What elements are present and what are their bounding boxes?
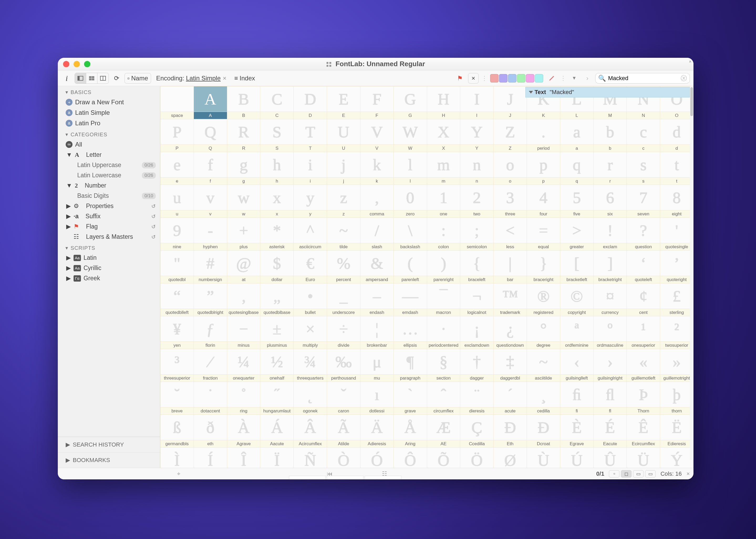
glyph-cell[interactable]: ww	[227, 185, 260, 218]
glyph-cell[interactable]: TT	[294, 119, 327, 152]
sidebar-item-latin-pro[interactable]: aLatin Pro	[58, 118, 160, 128]
sidebar-item-flag[interactable]: ▶⚑ Flag↺	[58, 221, 160, 232]
info-button[interactable]: i	[61, 73, 72, 84]
glyph-cell[interactable]: ~tilde	[327, 218, 360, 251]
glyph-cell[interactable]: %percent	[327, 251, 360, 283]
glyph-cell[interactable]: <less	[493, 218, 527, 251]
glyph-cell[interactable]: ee	[161, 152, 194, 185]
glyph-cell[interactable]: ˇcaron	[327, 382, 360, 415]
glyph-cell[interactable]: yy	[294, 185, 327, 218]
glyph-cell[interactable]: UU	[327, 119, 360, 152]
status-cursor-icon[interactable]: ⌖	[177, 470, 180, 477]
forward-button[interactable]: ›	[582, 73, 593, 84]
glyph-cell[interactable]: WW	[394, 119, 427, 152]
glyph-cell[interactable]: nn	[460, 152, 493, 185]
sidebar-scripts-header[interactable]: ▼SCRIPTS	[58, 242, 160, 253]
glyph-cell[interactable]: ˆcircumflex	[427, 382, 460, 415]
glyph-cell[interactable]: QQ	[193, 119, 227, 152]
sidebar-item-layers[interactable]: ☷ Layers & Masters↺	[58, 232, 160, 242]
glyph-cell[interactable]: )parenright	[427, 251, 460, 283]
glyph-cell[interactable]: II	[460, 86, 493, 119]
reset-icon[interactable]: ↺	[151, 213, 156, 220]
panel-grid-icon[interactable]	[86, 73, 98, 84]
glyph-cell[interactable]: ºordmasculine	[593, 316, 627, 349]
glyph-cell[interactable]: ÓOacute	[360, 448, 394, 468]
flag-button[interactable]: ⚑	[454, 73, 466, 84]
glyph-cell[interactable]: —emdash	[394, 283, 427, 316]
glyph-cell[interactable]: }braceright	[527, 251, 560, 283]
glyph-cell[interactable]: ,comma	[360, 185, 394, 218]
glyph-cell[interactable]: °degree	[527, 316, 560, 349]
cell-large-icon[interactable]: ▭	[633, 470, 643, 478]
glyph-cell[interactable]: ÜUdieresis	[627, 448, 660, 468]
panel-one-icon[interactable]	[75, 73, 86, 84]
glyph-cell[interactable]: XX	[427, 119, 460, 152]
glyph-cell[interactable]: rr	[593, 152, 627, 185]
sidebar-item-greek[interactable]: ▶ΓαGreek	[58, 273, 160, 283]
glyph-cell[interactable]: ‰perthousand	[327, 349, 360, 382]
glyph-cell[interactable]: FF	[360, 86, 394, 119]
search-field[interactable]: 🔍 ⓧ	[595, 73, 690, 84]
glyph-cell[interactable]: ÒOgrave	[327, 448, 360, 468]
glyph-cell[interactable]: ÙUgrave	[527, 448, 560, 468]
reset-icon[interactable]: ↺	[151, 224, 156, 230]
glyph-cell[interactable]: ll	[394, 152, 427, 185]
sidebar-item-properties[interactable]: ▶⚙ Properties↺	[58, 201, 160, 211]
cell-medium-icon[interactable]: ◻	[621, 470, 632, 478]
glyph-cell[interactable]: ˙dotaccent	[193, 382, 227, 415]
glyph-cell[interactable]: «guillemotleft	[627, 349, 660, 382]
glyph-cell[interactable]: ¸cedilla	[527, 382, 560, 415]
glyph-cell[interactable]: EE	[327, 86, 360, 119]
glyph-cell[interactable]: ÄAdieresis	[360, 415, 394, 448]
glyph-cell[interactable]: ¶paragraph	[394, 349, 427, 382]
scrollbar-thumb[interactable]	[690, 87, 693, 116]
glyph-cell[interactable]: ¯macron	[427, 283, 460, 316]
glyph-cell[interactable]: ÞThorn	[627, 382, 660, 415]
glyph-cell[interactable]: HH	[427, 86, 460, 119]
sidebar-item-basic-digits[interactable]: Basic Digits0/10	[58, 191, 160, 201]
maximize-button[interactable]	[84, 61, 90, 67]
more-dropdown[interactable]: ▼	[569, 73, 579, 84]
glyph-cell[interactable]: 'quotesingle	[660, 218, 694, 251]
glyph-cell[interactable]: 6six	[593, 185, 627, 218]
glyph-cell[interactable]: ½onehalf	[260, 349, 294, 382]
vertical-scrollbar[interactable]	[690, 86, 694, 460]
glyph-cell[interactable]: ËEdieresis	[660, 415, 694, 448]
glyph-cell[interactable]: ÎIcircumflex	[227, 448, 260, 468]
glyph-cell[interactable]: ×multiply	[294, 316, 327, 349]
cell-wide-icon[interactable]: ▭	[645, 470, 656, 478]
glyph-cell[interactable]: 8eight	[660, 185, 694, 218]
glyph-cell[interactable]: ^asciicircum	[294, 218, 327, 251]
sidebar-item-suffix[interactable]: ▶∙a Suffix↺	[58, 211, 160, 221]
glyph-cell[interactable]: ÊEcircumflex	[627, 415, 660, 448]
color-swatch[interactable]	[490, 74, 498, 83]
glyph-cell[interactable]: ”quotedblright	[193, 283, 227, 316]
glyph-cell[interactable]: BB	[227, 86, 260, 119]
status-slider[interactable]	[289, 476, 401, 479]
glyph-cell[interactable]: ³threesuperior	[161, 349, 194, 382]
glyph-cell[interactable]: ¥yen	[161, 316, 194, 349]
swatch-none-icon[interactable]	[546, 73, 558, 84]
glyph-cell[interactable]: ÂAcircumflex	[294, 415, 327, 448]
glyph-cell[interactable]: ﬁfi	[560, 382, 593, 415]
index-dropdown[interactable]: ≡ Index	[232, 73, 258, 84]
status-close-icon[interactable]: ×	[686, 470, 690, 477]
encoding-dropdown[interactable]: Encoding: Latin Simple ×	[154, 73, 229, 84]
glyph-cell[interactable]: 4four	[527, 185, 560, 218]
glyph-cell[interactable]: ÚUacute	[560, 448, 593, 468]
glyph-cell[interactable]: μmu	[360, 349, 394, 382]
glyph-cell[interactable]: ZZ	[493, 119, 527, 152]
glyph-cell[interactable]: ®registered	[527, 283, 560, 316]
glyph-cell[interactable]: RR	[227, 119, 260, 152]
glyph-cell[interactable]: ¢cent	[627, 283, 660, 316]
glyph-cell[interactable]: @at	[227, 251, 260, 283]
glyph-cell[interactable]: ıdotlessi	[360, 382, 394, 415]
glyph-cell[interactable]: ‘quoteleft	[627, 251, 660, 283]
sidebar-item-latin[interactable]: ▶AaLatin	[58, 253, 160, 263]
glyph-cell[interactable]: ðeth	[193, 415, 227, 448]
glyph-cell[interactable]: \backslash	[394, 218, 427, 251]
glyph-cell[interactable]: ~asciitilde	[527, 349, 560, 382]
glyph-cell[interactable]: ÖOdieresis	[460, 448, 493, 468]
reload-button[interactable]: ⟳	[112, 73, 122, 84]
close-encoding-icon[interactable]: ×	[223, 75, 226, 82]
